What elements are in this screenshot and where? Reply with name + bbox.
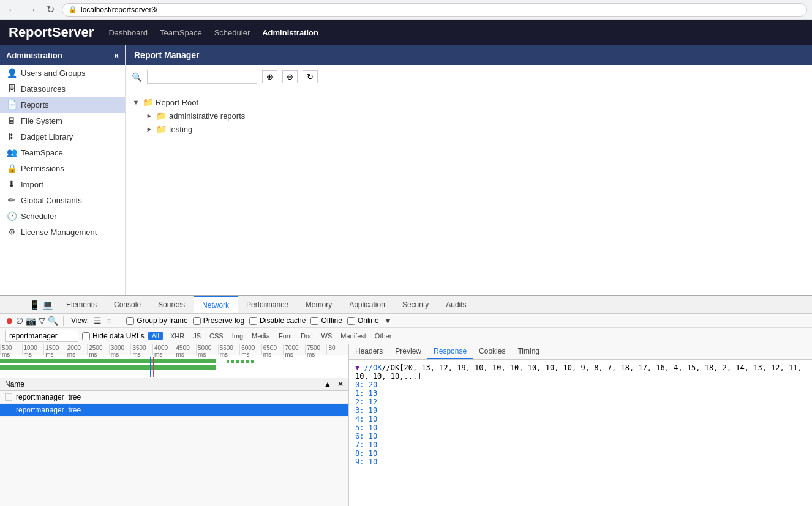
request-row-1[interactable]: reportmanager_tree [0,391,348,404]
tab-console[interactable]: Console [105,297,149,313]
tick-4000: 4000 ms [152,344,175,355]
filter-other[interactable]: Other [371,331,396,341]
filter-manifest[interactable]: Manifest [337,331,370,341]
tick-500: 500 ms [0,344,22,355]
scheduler-icon: 🕐 [6,211,17,221]
hide-data-urls-input[interactable] [82,332,90,340]
request-list: reportmanager_tree reportmanager_tree [0,391,348,506]
resp-tab-timing[interactable]: Timing [511,344,546,359]
search-input[interactable] [147,70,257,84]
sidebar-item-scheduler[interactable]: 🕐 Scheduler [0,208,125,224]
group-by-frame-input[interactable] [126,317,134,325]
offline-input[interactable] [310,317,318,325]
tree-container: ▼ 📁 Report Root ► 📁 administrative repor… [126,89,812,142]
tree-root[interactable]: ▼ 📁 Report Root [132,95,806,109]
tab-memory[interactable]: Memory [297,297,340,313]
online-input[interactable] [347,317,355,325]
url-bar[interactable]: 🔒 localhost/reportserver3/ [62,3,807,17]
sidebar-item-import[interactable]: ⬇ Import [0,176,125,192]
nav-administration[interactable]: Administration [262,28,318,37]
devtools: 📱 💻 Elements Console Sources Network Per… [0,295,812,506]
tree-item-admin-reports[interactable]: ► 📁 administrative reports [145,109,806,122]
clear-button[interactable]: ∅ [16,316,23,326]
sidebar-collapse-button[interactable]: « [114,50,119,60]
tab-elements[interactable]: Elements [58,297,105,313]
view-label: View: [71,316,89,325]
filter-font[interactable]: Font [275,331,296,341]
tab-application[interactable]: Application [340,297,394,313]
sidebar-item-reports[interactable]: 📄 Reports [0,97,125,113]
sidebar-item-users-and-groups[interactable]: 👤 Users and Groups [0,65,125,81]
online-checkbox[interactable]: Online [347,316,379,325]
sidebar-item-global-constants[interactable]: ✏ Global Constants [0,192,125,208]
refresh-button[interactable]: ↻ [303,70,318,83]
resp-tab-response[interactable]: Response [427,344,473,359]
sidebar-title: Administration [6,51,62,60]
reload-button[interactable]: ↻ [44,2,57,17]
resp-tab-cookies[interactable]: Cookies [473,344,511,359]
disable-cache-checkbox[interactable]: Disable cache [249,316,306,325]
reports-icon: 📄 [6,100,17,110]
tree-item-testing[interactable]: ► 📁 testing [145,122,806,136]
sidebar-item-file-system[interactable]: 🖥 File System [0,113,125,128]
sidebar-item-dadget-library[interactable]: 🎛 Dadget Library [0,128,125,144]
expand-all-button[interactable]: ⊕ [262,70,277,83]
group-view-button[interactable]: ≡ [107,316,111,326]
list-view-button[interactable]: ☰ [94,316,102,326]
request-row-2[interactable]: reportmanager_tree [0,404,348,417]
hide-data-urls-checkbox[interactable]: Hide data URLs [82,332,145,340]
resp-tab-preview[interactable]: Preview [389,344,427,359]
record-button[interactable]: ⏺ [5,316,13,326]
devtools-inspect-button[interactable]: 📱 [29,300,40,310]
offline-checkbox[interactable]: Offline [310,316,342,325]
filter-xhr[interactable]: XHR [167,331,188,341]
back-button[interactable]: ← [5,3,20,17]
sidebar-item-permissions[interactable]: 🔒 Permissions [0,160,125,176]
preserve-log-checkbox[interactable]: Preserve log [193,316,244,325]
sidebar-label-users: Users and Groups [21,69,86,78]
sidebar-label-datasources: Datasources [21,84,66,94]
sidebar-label-permissions: Permissions [21,164,64,173]
tab-audits[interactable]: Audits [437,297,475,313]
nav-dashboard[interactable]: Dashboard [108,28,148,37]
response-val-3: 3: 19 [355,406,806,415]
tick-80: 80 [326,344,348,355]
filter-js[interactable]: JS [189,331,205,341]
sidebar-item-teamspace[interactable]: 👥 TeamSpace [0,144,125,160]
group-by-frame-checkbox[interactable]: Group by frame [126,316,187,325]
network-conditions-button[interactable]: ▼ [384,316,393,326]
tab-network[interactable]: Network [194,296,238,313]
lock-icon: 🔒 [69,6,77,13]
filter-img[interactable]: Img [228,331,247,341]
tab-performance[interactable]: Performance [238,297,297,313]
preserve-log-input[interactable] [193,317,201,325]
tick-5500: 5500 ms [218,344,240,355]
tab-sources[interactable]: Sources [149,297,194,313]
sidebar-header: Administration « [0,45,125,65]
camera-button[interactable]: 📷 [26,316,36,326]
filter-input[interactable] [5,330,78,342]
forward-button[interactable]: → [24,3,39,17]
collapse-all-button[interactable]: ⊖ [282,70,298,83]
tab-security[interactable]: Security [394,297,437,313]
report-manager-title: Report Manager [134,50,200,60]
filter-media[interactable]: Media [248,331,274,341]
sidebar-label-global-constants: Global Constants [21,196,82,205]
response-summary-text: //OK[20, 13, 12, 19, 10, 10, 10, 10, 10,… [355,363,802,381]
filter-doc[interactable]: Doc [297,331,317,341]
filter-css[interactable]: CSS [206,331,227,341]
resp-tab-headers[interactable]: Headers [349,344,389,359]
close-requests-button[interactable]: ✕ [337,380,344,389]
devtools-device-button[interactable]: 💻 [42,300,53,310]
response-val-5: 5: 10 [355,423,806,432]
filter-toolbar: Hide data URLs All XHR JS CSS Img Media … [0,328,812,344]
sidebar-item-datasources[interactable]: 🗄 Datasources [0,81,125,97]
nav-teamspace[interactable]: TeamSpace [160,28,202,37]
disable-cache-input[interactable] [249,317,257,325]
filter-funnel-button[interactable]: ▽ [39,316,45,326]
filter-ws[interactable]: WS [318,331,336,341]
nav-scheduler[interactable]: Scheduler [214,28,250,37]
sidebar-item-license-management[interactable]: ⚙ License Management [0,224,125,240]
sidebar-label-teamspace: TeamSpace [21,148,63,157]
search-network-button[interactable]: 🔍 [48,316,58,326]
